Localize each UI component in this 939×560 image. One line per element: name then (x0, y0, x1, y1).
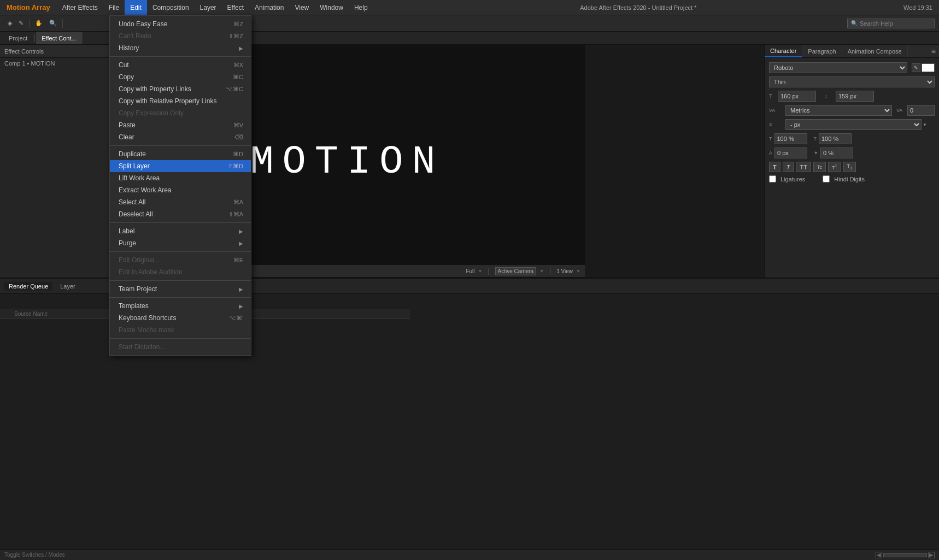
italic-btn[interactable]: T (783, 162, 794, 172)
undo-shortcut: ⌘Z (233, 21, 243, 28)
toggle-switches-label[interactable]: Toggle Switches / Modes (4, 552, 65, 558)
copy-expression-label: Copy Expression Only (119, 109, 184, 117)
viewer-sep3: | (549, 267, 551, 275)
deselect-all-label: Deselect All (119, 210, 153, 218)
scale-row: T T (769, 133, 935, 144)
active-camera-btn[interactable]: Active Camera (495, 267, 537, 275)
view-selector[interactable]: 1 View (556, 268, 573, 274)
vscale-input[interactable] (819, 133, 852, 144)
menu-clear[interactable]: Clear ⌫ (110, 131, 251, 143)
menu-select-all[interactable]: Select All ⌘A (110, 196, 251, 208)
paste-label: Paste (119, 121, 136, 129)
timeline-scrollbar[interactable] (883, 553, 927, 557)
tsume-input[interactable] (820, 148, 853, 158)
baseline-shift-input[interactable] (774, 148, 807, 158)
right-panel-tabs: Character Paragraph Animation Compose ≡ (765, 45, 939, 58)
tab-animation-compose[interactable]: Animation Compose (842, 45, 908, 57)
allcaps-btn[interactable]: TT (796, 162, 811, 172)
timeline-scroll-right[interactable]: ▶ (928, 552, 935, 558)
font-style-select[interactable]: Thin (769, 76, 935, 87)
font-color-picker-icon[interactable]: ✎ (912, 63, 920, 72)
left-panel: Effect Controls Comp 1 • MOTION (0, 45, 109, 280)
team-project-label: Team Project (119, 285, 157, 293)
menu-section-clipboard: Cut ⌘X Copy ⌘C Copy with Property Links … (110, 57, 251, 146)
menu-undo[interactable]: Undo Easy Ease ⌘Z (110, 18, 251, 30)
menu-templates[interactable]: Templates ▶ (110, 300, 251, 312)
sub-btn[interactable]: T1 (843, 162, 856, 172)
menu-duplicate[interactable]: Duplicate ⌘D (110, 148, 251, 160)
menu-after-effects[interactable]: After Effects (57, 0, 103, 15)
hindi-checkbox[interactable] (823, 175, 830, 182)
menu-effect[interactable]: Effect (222, 0, 249, 15)
menu-copy-property-links[interactable]: Copy with Property Links ⌥⌘C (110, 83, 251, 95)
menu-label[interactable]: Label ▶ (110, 225, 251, 237)
templates-label: Templates (119, 302, 149, 310)
tool-pen[interactable]: ✎ (15, 19, 27, 28)
clear-shortcut: ⌫ (234, 134, 243, 141)
timeline-tab-layer[interactable]: Layer (56, 282, 80, 291)
menu-help[interactable]: Help (349, 0, 373, 15)
copy-property-links-label: Copy with Property Links (119, 85, 191, 93)
search-icon: 🔍 (851, 20, 858, 26)
super-btn[interactable]: T1 (828, 162, 841, 172)
baseline-row: ≡ - px ▼ (769, 119, 935, 130)
project-tab[interactable]: Project (3, 32, 33, 44)
bold-btn[interactable]: T (769, 162, 780, 172)
timeline-tab-render-queue[interactable]: Render Queue (4, 282, 52, 291)
tsume-label: ✦ (814, 150, 818, 156)
menu-keyboard-shortcuts[interactable]: Keyboard Shortcuts ⌥⌘' (110, 312, 251, 324)
menu-purge[interactable]: Purge ▶ (110, 237, 251, 249)
menu-copy-relative-links[interactable]: Copy with Relative Property Links (110, 95, 251, 107)
menu-team-project[interactable]: Team Project ▶ (110, 283, 251, 295)
menu-paste[interactable]: Paste ⌘V (110, 119, 251, 131)
font-family-select[interactable]: Roboto (769, 62, 907, 73)
rpanel-menu-btn[interactable]: ≡ (928, 47, 939, 56)
viewport-text: MOTION (250, 140, 444, 185)
paste-shortcut: ⌘V (233, 122, 243, 129)
tracking-type-select[interactable]: Metrics (785, 105, 892, 116)
menu-animation[interactable]: Animation (249, 0, 289, 15)
tool-selection[interactable]: ◈ (4, 19, 15, 28)
hscale-input[interactable] (774, 133, 807, 144)
style-row: Thin (769, 76, 935, 87)
menu-extract-work-area[interactable]: Extract Work Area (110, 184, 251, 196)
menu-layer[interactable]: Layer (195, 0, 222, 15)
effect-controls-tab[interactable]: Effect Cont... (36, 32, 82, 44)
tool-hand[interactable]: ✋ (32, 19, 46, 28)
menu-copy[interactable]: Copy ⌘C (110, 71, 251, 83)
system-time: Wed 19:31 (903, 4, 939, 11)
menu-section-dictation: Start Dictation... (110, 339, 251, 355)
menu-view[interactable]: View (289, 0, 314, 15)
menu-history[interactable]: History ▶ (110, 42, 251, 54)
ligatures-label: Ligatures (780, 176, 805, 182)
timeline-scroll-left[interactable]: ◀ (876, 552, 882, 558)
start-dictation-label: Start Dictation... (119, 343, 165, 351)
tab-paragraph[interactable]: Paragraph (802, 45, 842, 57)
style-buttons: T T TT Tc T1 T1 (769, 162, 935, 172)
size-row: T ↕ (769, 91, 935, 102)
menu-split-layer[interactable]: Split Layer ⇧⌘D (110, 160, 251, 172)
menu-file[interactable]: File (103, 0, 125, 15)
kerning-input[interactable] (907, 105, 935, 116)
font-size-input[interactable] (778, 91, 816, 102)
menu-edit-audition: Edit in Adobe Audition (110, 266, 251, 278)
leading-label: ↕ (825, 93, 836, 99)
tab-character[interactable]: Character (765, 45, 802, 57)
leading-input[interactable] (836, 91, 874, 102)
menu-composition[interactable]: Composition (147, 0, 195, 15)
viewer-sep2: | (488, 267, 489, 275)
menu-window[interactable]: Window (314, 0, 349, 15)
split-layer-label: Split Layer (119, 162, 150, 170)
search-help-label[interactable]: Search Help (860, 20, 893, 27)
tool-zoom[interactable]: 🔍 (46, 19, 60, 28)
menu-edit[interactable]: Edit (125, 0, 147, 15)
menu-cut[interactable]: Cut ⌘X (110, 59, 251, 71)
keyboard-shortcuts-label: Keyboard Shortcuts (119, 314, 176, 322)
menu-deselect-all[interactable]: Deselect All ⇧⌘A (110, 208, 251, 220)
menu-lift-work-area[interactable]: Lift Work Area (110, 172, 251, 184)
smallcaps-btn[interactable]: Tc (813, 162, 826, 172)
font-color-swatch[interactable] (922, 63, 935, 72)
ligatures-checkbox[interactable] (769, 175, 776, 182)
quality-selector[interactable]: Full (466, 268, 474, 274)
baseline-select[interactable]: - px (785, 119, 922, 130)
